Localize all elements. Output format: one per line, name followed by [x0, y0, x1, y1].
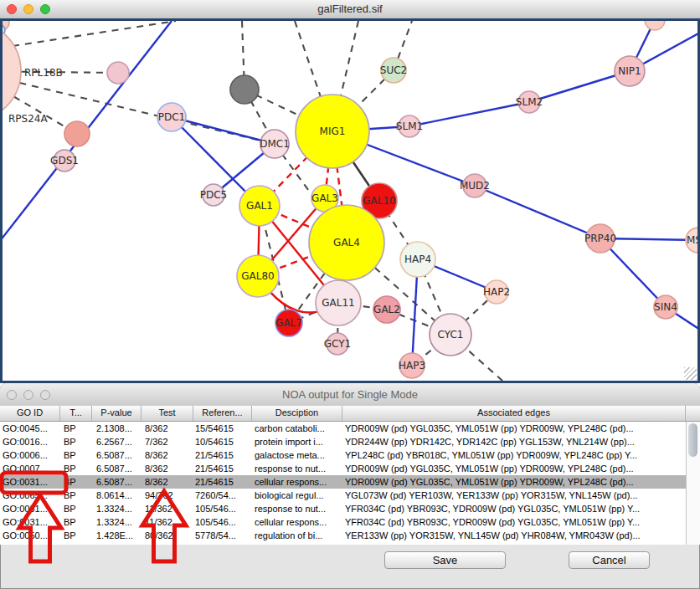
- cell: GO:0031...: [0, 475, 60, 489]
- cell: BP: [60, 489, 92, 502]
- network-graph[interactable]: RPL18BRPS24AGDS1PDC1DMC1MIG1SUC2SLM1SLM2…: [3, 21, 697, 381]
- cell: 1.3324...: [92, 502, 142, 515]
- cell: 7/362: [142, 435, 193, 448]
- node-label-SLM1: SLM1: [396, 120, 423, 132]
- cell: 6.5087...: [92, 475, 142, 489]
- node-label-PRP40: PRP40: [584, 233, 616, 244]
- node-label-PDC5: PDC5: [200, 189, 228, 201]
- cell: BP: [60, 422, 92, 435]
- cell: GO:0031...: [0, 515, 60, 529]
- cell: GO:0016...: [0, 435, 60, 448]
- cell: GO:0007...: [0, 462, 60, 475]
- column-header-desciption[interactable]: Desciption: [252, 406, 342, 421]
- table-row[interactable]: GO:0007...BP6.5087...8/36221/54615respon…: [0, 462, 700, 475]
- scrollbar-thumb[interactable]: [688, 423, 697, 457]
- column-header-t[interactable]: T...: [60, 406, 92, 421]
- cell: BP: [60, 502, 92, 515]
- cell: 8/362: [142, 462, 193, 475]
- cell: response to nut...: [252, 462, 342, 475]
- cell: galactose meta...: [252, 448, 342, 462]
- table-row[interactable]: GO:0045...BP2.1308...8/36215/54615carbon…: [0, 422, 700, 435]
- node-label-GAL3: GAL3: [311, 192, 338, 204]
- cell: YPL248C (pd) YBR018C, YML051W (pp) YDR00…: [342, 448, 686, 462]
- node-RPL18B[interactable]: [107, 62, 129, 84]
- node-label-PDC1: PDC1: [158, 111, 186, 123]
- cell: 11/362: [142, 502, 193, 515]
- cell: 1.3324...: [92, 515, 142, 529]
- node-label-SUC2: SUC2: [380, 64, 407, 76]
- edge-MUD2-PRP40[interactable]: [475, 186, 600, 238]
- cell: YER133W (pp) YOR315W, YNL145W (pd) YHR08…: [342, 529, 686, 542]
- cell: BP: [60, 448, 92, 462]
- cell: biological regul...: [252, 489, 342, 502]
- edge-pt-pt[interactable]: [13, 21, 176, 46]
- cell: YDR009W (pd) YGL035C, YML051W (pp) YDR00…: [342, 475, 686, 489]
- cell: 2.1308...: [92, 422, 142, 435]
- cell: 105/546...: [193, 515, 252, 529]
- cell: GO:0031...: [0, 502, 60, 515]
- node-top-right[interactable]: [645, 21, 665, 30]
- node-RPS24A[interactable]: [64, 121, 90, 146]
- column-header-spacer: [686, 406, 700, 421]
- column-header-go-id[interactable]: GO ID: [0, 406, 60, 421]
- cell: protein import i...: [252, 435, 342, 448]
- node-gray-node[interactable]: [230, 75, 259, 104]
- cell: GO:0065...: [0, 489, 60, 502]
- column-header-referen[interactable]: Referen...: [193, 406, 252, 421]
- node-label-GAL7: GAL7: [275, 317, 302, 329]
- cell: BP: [60, 515, 92, 529]
- node-label-HAP4: HAP4: [404, 254, 431, 265]
- cell: YDR009W (pd) YGL035C, YML051W (pp) YDR00…: [342, 422, 686, 435]
- edge-SLM1-SLM2[interactable]: [409, 102, 529, 126]
- node-big-left[interactable]: [3, 21, 21, 121]
- network-window-title: galFiltered.sif: [0, 3, 700, 15]
- cell: 6.5087...: [92, 448, 142, 462]
- save-button[interactable]: Save: [384, 551, 506, 569]
- cell: cellular respons...: [252, 515, 342, 529]
- cell: 8/362: [142, 422, 193, 435]
- node-label-HAP3: HAP3: [399, 360, 425, 371]
- cell: response to nut...: [252, 502, 342, 515]
- cell: 5778/54...: [193, 529, 252, 542]
- cell: YFR034C (pd) YBR093C, YDR009W (pd) YGL03…: [342, 502, 686, 515]
- node-label-HAP2: HAP2: [483, 286, 510, 298]
- cell: 8/362: [142, 448, 193, 462]
- cancel-button[interactable]: Cancel: [569, 551, 650, 569]
- node-label-NIP1: NIP1: [618, 65, 641, 77]
- cell: BP: [60, 529, 92, 542]
- cell: 6.2567...: [92, 435, 142, 448]
- table-row[interactable]: GO:0006...BP6.5087...8/36221/54615galact…: [0, 448, 700, 462]
- node-label-MIG1: MIG1: [320, 125, 346, 137]
- table-row[interactable]: GO:0016...BP6.2567...7/36210/54615protei…: [0, 435, 700, 448]
- cell: 10/54615: [193, 435, 252, 448]
- results-table: GO:0045...BP2.1308...8/36215/54615carbon…: [0, 422, 700, 545]
- network-window-titlebar[interactable]: galFiltered.sif: [0, 0, 700, 19]
- table-row[interactable]: GO:0065...BP8.0614...94/3627260/54...bio…: [0, 489, 700, 502]
- table-row[interactable]: GO:0031...BP1.3324...11/362105/546...cel…: [0, 515, 700, 529]
- cell: 21/54615: [193, 448, 252, 462]
- cell: YDR244W (pp) YDR142C, YDR142C (pp) YGL15…: [342, 435, 686, 448]
- node-label-GCY1: GCY1: [324, 338, 351, 350]
- cell: regulation of bi...: [252, 529, 342, 542]
- noa-window-titlebar[interactable]: NOA output for Single Mode: [0, 383, 700, 407]
- resize-grip[interactable]: [684, 367, 697, 380]
- cell: GO:0006...: [0, 448, 60, 462]
- table-header: GO IDT...P-valueTestReferen...Desciption…: [0, 406, 700, 422]
- table-row-selected[interactable]: GO:0031...BP6.5087...8/36221/54615cellul…: [0, 475, 700, 489]
- cell: GO:0050...: [0, 529, 60, 542]
- node-label-DMC1: DMC1: [260, 138, 290, 150]
- cell: 15/54615: [193, 422, 252, 435]
- network-canvas[interactable]: RPL18BRPS24AGDS1PDC1DMC1MIG1SUC2SLM1SLM2…: [0, 18, 700, 383]
- column-header-p-value[interactable]: P-value: [92, 406, 142, 421]
- column-header-test[interactable]: Test: [142, 406, 193, 421]
- cell: cellular respons...: [252, 475, 342, 489]
- column-header-associated-edges[interactable]: Associated edges: [342, 406, 686, 421]
- cell: BP: [60, 435, 92, 448]
- cell: 8.0614...: [92, 489, 142, 502]
- network-window: galFiltered.sif RPL18BRPS24AGDS1PDC1DMC1…: [0, 0, 700, 383]
- cell: 8/362: [142, 475, 193, 489]
- cell: 80/362: [142, 529, 193, 542]
- table-scrollbar[interactable]: [686, 422, 700, 545]
- table-row[interactable]: GO:0050...BP1.428E...80/3625778/54...reg…: [0, 529, 700, 542]
- table-row[interactable]: GO:0031...BP1.3324...11/362105/546...res…: [0, 502, 700, 515]
